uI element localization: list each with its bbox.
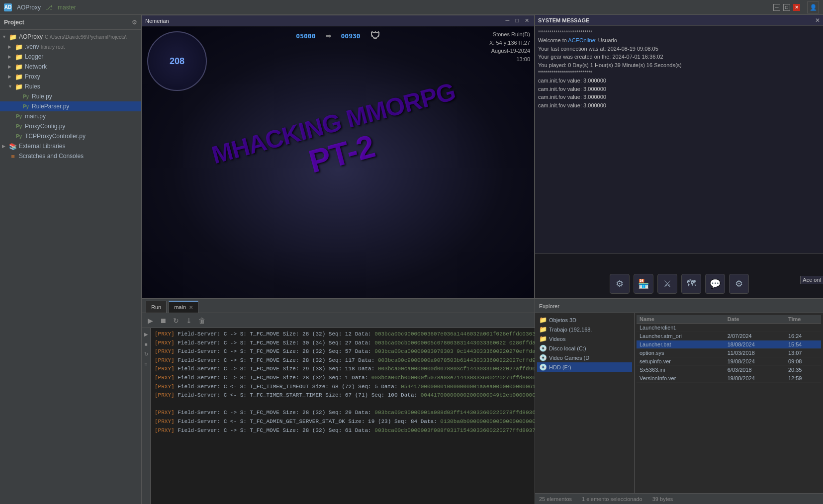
stop-btn[interactable]: ⏹ [158, 315, 169, 326]
tree-item-proxy[interactable]: ▶ 📁 Proxy [0, 72, 141, 82]
hud-score1: 05000 [296, 32, 315, 40]
arrow-spacer [8, 124, 15, 129]
vtool-1[interactable]: ▶ [142, 330, 150, 338]
file-list-panel: Name Date Time Launcherclient. [635, 328, 823, 493]
sys-msg-welcome-text: Welcome to [538, 37, 568, 43]
file-name: VersionInfo.ver [637, 374, 725, 383]
folder-icon: 📁 [15, 43, 23, 51]
file-row[interactable]: Sx5363.ini 6/03/2018 20:35 [637, 366, 821, 374]
hud-location: Stones Ruin(D) [489, 30, 530, 39]
skills-btn[interactable]: ⚔ [657, 274, 677, 294]
file-row[interactable]: option.sys 11/03/2018 13:07 [637, 349, 821, 357]
tree-item-tcpproxy[interactable]: Py TCPProxyController.py [0, 131, 141, 141]
tree-item-extlibs[interactable]: ▶ 📚 External Libraries [0, 141, 141, 151]
tab-run[interactable]: Run [146, 301, 167, 313]
tree-label-ruleparserpy: RuleParser.py [32, 103, 69, 110]
map-btn[interactable]: 🗺 [681, 274, 701, 294]
shop-btn[interactable]: 🏪 [634, 274, 653, 294]
game-close-btn[interactable]: ✕ [523, 17, 531, 24]
app-icon: AD [4, 3, 12, 11]
close-button[interactable]: ✕ [793, 4, 800, 11]
tree-item-venv[interactable]: ▶ 📁 .venv library root [0, 42, 141, 52]
hud-top-right: Stones Ruin(D) X: 54 y:136 H:27 August-1… [489, 30, 530, 63]
file-name: option.sys [637, 349, 725, 357]
game-max-btn[interactable]: □ [513, 17, 521, 24]
tab-run-label: Run [151, 304, 161, 310]
hud-score2: 00930 [341, 32, 361, 40]
vtool-2[interactable]: ■ [142, 340, 150, 348]
file-row[interactable]: setupinfo.ver 19/08/2024 09:08 [637, 357, 821, 366]
game-win-controls: ─ □ ✕ [504, 17, 531, 24]
left-toolbar: ▶ ■ ↻ ≡ [142, 328, 151, 504]
tree-sub-venv: library root [41, 44, 65, 50]
file-date: 2/07/2024 [725, 332, 785, 340]
restart-btn[interactable]: ↻ [171, 315, 182, 326]
ftree-item-videos[interactable]: 📁 Videos [537, 334, 632, 343]
scroll-btn[interactable]: ⤓ [183, 315, 194, 326]
tree-item-rulepy[interactable]: Py Rule.py [0, 91, 141, 101]
tree-label-mainpy: main.py [25, 113, 46, 120]
hud-divider: ⇒ [326, 32, 331, 40]
arrow-icon: ▼ [2, 34, 9, 39]
file-row[interactable]: VersionInfo.ver 19/08/2024 12:59 [637, 374, 821, 383]
ace-onl-label: Ace onl [800, 276, 823, 284]
file-date: 11/03/2018 [725, 349, 785, 357]
tab-main[interactable]: main ✕ [169, 301, 198, 313]
scratches-icon: ≡ [9, 152, 17, 160]
user-icon[interactable]: 👤 [807, 1, 819, 13]
ftree-item-videogames[interactable]: 💿 Video Games (D [537, 353, 632, 362]
titlebar-left: AD AOProxy ⎇ master [4, 3, 76, 11]
ftree-label: Trabajo (192.168. [549, 328, 592, 333]
tree-item-ruleparserpy[interactable]: Py RuleParser.py [0, 101, 141, 111]
ftree-item-hdd-e[interactable]: 💿 HDD (E:) [537, 362, 632, 372]
tree-item-mainpy[interactable]: Py main.py [0, 111, 141, 121]
file-time [785, 328, 821, 332]
ftree-item-trabajo[interactable]: 📁 Trabajo (192.168. [537, 328, 632, 334]
sidebar-settings-icon[interactable]: ⚙ [132, 19, 137, 26]
file-row-selected[interactable]: Launcher.bat 18/08/2024 15:54 [637, 340, 821, 349]
folder-icon: 📁 [9, 33, 17, 41]
chat-btn[interactable]: 💬 [705, 274, 725, 294]
vtool-3[interactable]: ↻ [142, 350, 150, 358]
minimize-button[interactable]: ─ [773, 4, 780, 11]
tree-item-rules[interactable]: ▼ 📁 Rules [0, 82, 141, 91]
game-title: Nemerian [145, 18, 169, 24]
vtool-4[interactable]: ≡ [142, 360, 150, 368]
tree-label-network: Network [25, 63, 47, 70]
clear-btn[interactable]: 🗑 [196, 315, 207, 326]
file-explorer-body: 📁 Objetos 3D 📁 Trabajo (192.168. 📁 Video… [535, 328, 823, 493]
sys-msg-welcome2: : Usuario [595, 37, 617, 43]
run-btn[interactable]: ▶ [145, 315, 156, 326]
folder-icon: 📁 [15, 53, 23, 61]
sys-msg-close-btn[interactable]: ✕ [815, 17, 820, 24]
arrow-spacer [8, 114, 15, 119]
hud-shield-icon: 🛡 [370, 30, 380, 42]
inventory-btn[interactable]: ⚙ [610, 274, 630, 294]
arrow-icon: ▶ [2, 144, 9, 149]
lib-icon: 📚 [9, 142, 17, 150]
game-min-btn[interactable]: ─ [504, 17, 512, 24]
ftree-item-disco-c[interactable]: 💿 Disco local (C:) [537, 343, 632, 353]
hdd-icon: 💿 [539, 363, 547, 371]
file-row[interactable]: Launcher.atm_ori 2/07/2024 16:24 [637, 332, 821, 340]
tree-label-extlibs: External Libraries [19, 143, 65, 150]
tree-item-aoproxy[interactable]: ▼ 📁 AOProxy C:\Users\Davidc96\PycharmPro… [0, 32, 141, 42]
titlebar: AD AOProxy ⎇ master ─ □ ✕ 👤 [0, 0, 823, 15]
settings-btn[interactable]: ⚙ [729, 274, 749, 294]
maximize-button[interactable]: □ [783, 4, 790, 11]
tree-path: C:\Users\Davidc96\PycharmProjects\ [45, 34, 127, 40]
file-date: 19/08/2024 [725, 374, 785, 383]
tab-main-close[interactable]: ✕ [189, 305, 193, 310]
arrow-icon: ▶ [8, 44, 15, 49]
titlebar-controls: ─ □ ✕ 👤 [773, 1, 819, 13]
branch-icon: ⎇ [46, 4, 53, 11]
sys-msg-link[interactable]: ACEOnline [568, 37, 595, 43]
branch-name: master [58, 4, 76, 11]
tree-item-network[interactable]: ▶ 📁 Network [0, 62, 141, 72]
file-time: 13:07 [785, 349, 821, 357]
file-row[interactable]: Launcherclient. [637, 328, 821, 332]
tree-item-scratches[interactable]: ≡ Scratches and Consoles [0, 151, 141, 161]
tree-item-logger[interactable]: ▶ 📁 Logger [0, 52, 141, 62]
tree-item-proxyconfigpy[interactable]: Py ProxyConfig.py [0, 121, 141, 131]
sys-msg-stars1: **************************** [538, 29, 820, 36]
